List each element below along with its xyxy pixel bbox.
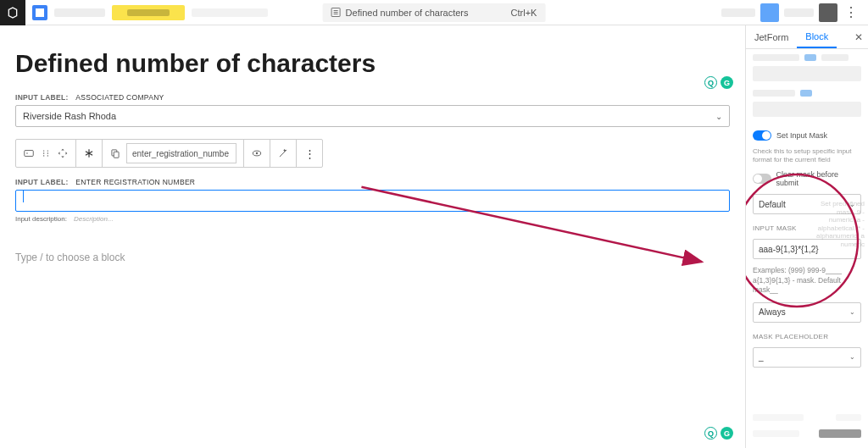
command-palette[interactable]: Defined number of characters Ctrl+K — [323, 3, 546, 22]
topbar-left — [0, 0, 268, 25]
company-select[interactable]: Riverside Rash Rhoda ⌄ — [15, 105, 730, 127]
topbar-right: ⋮ — [721, 3, 868, 22]
visibility-button[interactable] — [244, 140, 270, 167]
command-shortcut: Ctrl+K — [511, 8, 537, 18]
assist-badge[interactable]: Q — [704, 427, 717, 440]
assist-badges: Q G — [704, 76, 733, 89]
clear-mask-row: Clear mask before submit — [753, 170, 861, 187]
chevron-down-icon: ⌄ — [715, 112, 722, 121]
sidebar-tabs: JetForm Block ✕ — [746, 25, 868, 49]
topbar-faded — [54, 8, 105, 17]
svg-point-4 — [47, 150, 48, 151]
block-type-cell[interactable] — [16, 140, 76, 167]
close-sidebar-button[interactable]: ✕ — [854, 31, 863, 43]
field-name-input[interactable] — [126, 143, 236, 163]
mask-type-help: Set predefined mask. 9 - numeric. a - al… — [810, 200, 865, 249]
sidebar-body: Set Input Mask Check this to setup speci… — [746, 127, 868, 371]
topbar-faded — [192, 8, 268, 17]
block-toolbar: ⋮ — [15, 139, 323, 168]
asterisk-button[interactable] — [76, 140, 103, 167]
editor-canvas: Q G Defined number of characters INPUT L… — [0, 25, 745, 448]
field-name-cell — [103, 140, 244, 167]
grammarly-badge[interactable]: G — [721, 76, 733, 89]
assist-badges-bottom: Q G — [704, 427, 733, 440]
set-input-mask-label: Set Input Mask — [776, 131, 827, 140]
annotation-overlay — [0, 25, 745, 448]
assist-badge[interactable]: Q — [704, 76, 717, 89]
topbar-faded — [784, 8, 814, 17]
wp-logo[interactable] — [0, 0, 25, 25]
set-input-mask-row: Set Input Mask — [753, 130, 861, 141]
clear-mask-label: Clear mask before submit — [776, 170, 861, 187]
settings-sidebar: JetForm Block ✕ Set Input Mask Check thi… — [745, 25, 868, 448]
wand-button[interactable] — [270, 140, 297, 167]
command-title: Defined number of characters — [346, 8, 469, 18]
document-icon — [331, 8, 341, 17]
topbar-settings-pill[interactable] — [819, 3, 837, 22]
wordpress-icon — [6, 6, 19, 19]
set-input-mask-toggle[interactable] — [753, 130, 771, 141]
topbar-faded — [721, 8, 755, 17]
tab-jetform[interactable]: JetForm — [746, 25, 797, 48]
input-label-key: INPUT LABEL: — [15, 178, 69, 186]
company-label-text[interactable]: ASSOCIATED COMPANY — [75, 93, 164, 102]
mask-placeholder-select[interactable]: _ ⌄ — [753, 347, 861, 368]
wand-icon — [277, 147, 289, 159]
page-title[interactable]: Defined number of characters — [15, 49, 730, 78]
text-caret — [23, 191, 24, 202]
move-arrows-icon — [57, 147, 69, 159]
desc-key: Input description: — [15, 215, 67, 223]
block-appender[interactable]: Type / to choose a block — [15, 252, 730, 263]
mask-type-value: Default — [759, 200, 786, 209]
sidebar-bottom-skeleton — [746, 407, 868, 448]
toolbar-more-button[interactable]: ⋮ — [297, 140, 322, 167]
svg-point-1 — [43, 150, 44, 151]
copy-icon[interactable] — [109, 147, 121, 159]
chevron-down-icon: ⌄ — [849, 308, 855, 316]
svg-rect-8 — [114, 152, 119, 158]
svg-rect-0 — [25, 151, 34, 157]
svg-point-10 — [256, 152, 258, 154]
desc-placeholder[interactable]: Description... — [74, 215, 114, 223]
reg-label-text[interactable]: ENTER REGISTRATION NUMBER — [75, 178, 195, 186]
company-label-row: INPUT LABEL: ASSOCIATED COMPANY — [15, 93, 730, 102]
clear-mask-toggle[interactable] — [753, 174, 771, 184]
asterisk-icon — [83, 147, 95, 159]
svg-point-2 — [43, 152, 44, 153]
form-field-icon — [23, 147, 35, 159]
more-options-button[interactable]: ⋮ — [843, 3, 860, 22]
topbar-highlight — [112, 5, 185, 20]
registration-input[interactable] — [15, 190, 730, 212]
input-label-key: INPUT LABEL: — [15, 93, 69, 102]
eye-icon — [251, 147, 263, 159]
mask-placeholder-value: _ — [759, 352, 764, 362]
company-select-value: Riverside Rash Rhoda — [23, 111, 116, 121]
set-input-mask-help: Check this to setup specific input forma… — [753, 147, 861, 163]
grammarly-badge[interactable]: G — [721, 427, 733, 440]
description-row: Input description: Description... — [15, 215, 730, 223]
topbar-publish[interactable] — [760, 3, 779, 22]
svg-point-5 — [47, 152, 48, 153]
tab-block[interactable]: Block — [797, 25, 837, 48]
drag-handle-icon — [40, 147, 52, 159]
block-inserter-button[interactable] — [32, 5, 47, 20]
mask-placeholder-label: MASK PLACEHOLDER — [753, 333, 861, 340]
input-mask-examples: Examples: (999) 999-9____ a{1,3}9{1,3} -… — [753, 266, 861, 295]
mask-visibility-select[interactable]: Always ⌄ — [753, 302, 861, 323]
reg-label-row: INPUT LABEL: ENTER REGISTRATION NUMBER — [15, 178, 730, 186]
chevron-down-icon: ⌄ — [849, 353, 855, 361]
svg-point-3 — [43, 155, 44, 156]
svg-point-6 — [47, 155, 48, 156]
top-bar: Defined number of characters Ctrl+K ⋮ — [0, 0, 868, 25]
mask-visibility-value: Always — [759, 307, 786, 317]
sidebar-skeleton — [746, 49, 868, 127]
